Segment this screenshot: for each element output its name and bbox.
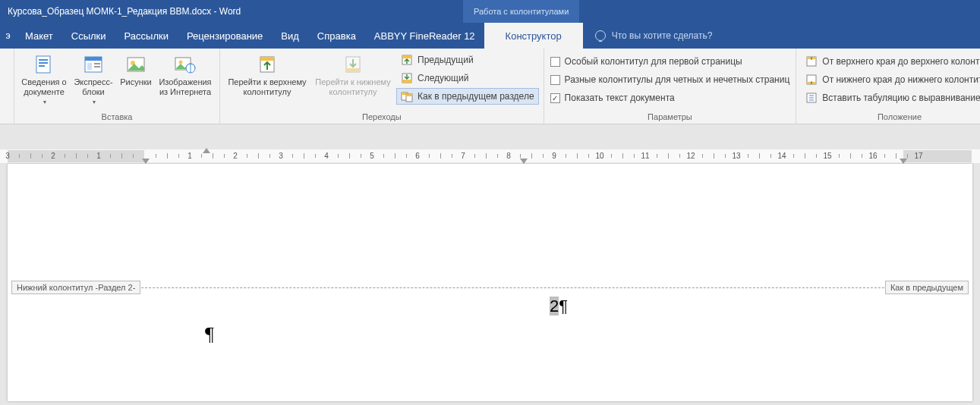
first-line-indent-marker[interactable] <box>203 148 210 153</box>
previous-icon <box>401 54 413 66</box>
document-info-icon <box>33 52 55 77</box>
group-position-label: Положение <box>801 111 980 124</box>
ribbon-tabs: э Макет Ссылки Рассылки Рецензирование В… <box>0 23 980 49</box>
online-pictures-icon <box>174 52 197 77</box>
goto-header-button[interactable]: Перейти к верхнему колонтитулу <box>225 50 310 97</box>
quick-parts-icon <box>83 52 104 77</box>
svg-point-12 <box>179 61 183 64</box>
right-indent-marker-2[interactable] <box>900 159 907 164</box>
document-page[interactable]: Нижний колонтитул -Раздел 2- Как в преды… <box>8 164 972 401</box>
link-to-previous-button[interactable]: Как в предыдущем разделе <box>396 88 539 105</box>
goto-footer-button: Перейти к нижнему колонтитулу <box>311 50 395 97</box>
group-insert-label: Вставка <box>19 111 215 124</box>
tab-abbyy[interactable]: ABBYY FineReader 12 <box>365 23 484 49</box>
tab-help[interactable]: Справка <box>308 23 365 49</box>
svg-rect-5 <box>85 57 102 61</box>
group-navigation-label: Переходы <box>225 111 539 124</box>
quick-parts-button[interactable]: Экспресс-блоки▾ <box>71 50 116 107</box>
tab-header-footer-design[interactable]: Конструктор <box>484 23 583 49</box>
pictures-icon <box>125 52 147 77</box>
previous-section-button[interactable]: Предыдущий <box>396 52 539 68</box>
checkbox-icon <box>550 57 560 67</box>
group-cutoff <box>0 49 14 124</box>
footer-bottom-icon <box>805 74 818 86</box>
group-options: Особый колонтитул для первой страницы Ра… <box>544 49 797 124</box>
footer-boundary-line <box>12 287 968 288</box>
svg-rect-3 <box>39 65 45 67</box>
next-section-button[interactable]: Следующий <box>396 70 539 86</box>
tab-layout[interactable]: Макет <box>16 23 62 49</box>
tab-mailings[interactable]: Рассылки <box>115 23 178 49</box>
tab-partial[interactable]: э <box>0 23 16 49</box>
svg-rect-8 <box>94 66 100 68</box>
tab-review[interactable]: Рецензирование <box>178 23 272 49</box>
pilcrow-icon: ¶ <box>559 297 568 316</box>
left-indent-marker[interactable] <box>142 159 150 164</box>
next-icon <box>401 72 413 84</box>
online-pictures-button[interactable]: Изображения из Интернета <box>156 50 215 97</box>
document-title: Курсова_Образец МОМК-1_Редакция BBM.docx… <box>8 6 241 17</box>
cutoff-button[interactable] <box>0 50 9 77</box>
svg-rect-1 <box>39 59 48 61</box>
svg-rect-2 <box>39 62 48 64</box>
goto-footer-icon <box>342 52 364 77</box>
footer-from-bottom-field[interactable]: От нижнего края до нижнего колонтиту <box>801 71 980 88</box>
tell-me-placeholder: Что вы хотите сделать? <box>612 30 713 41</box>
goto-header-icon <box>257 52 278 77</box>
different-odd-even-checkbox[interactable]: Разные колонтитулы для четных и нечетных… <box>549 71 792 88</box>
group-navigation: Перейти к верхнему колонтитулу Перейти к… <box>220 49 544 124</box>
footer-section-label: Нижний колонтитул -Раздел 2- <box>11 281 140 294</box>
different-first-page-checkbox[interactable]: Особый колонтитул для первой страницы <box>549 53 792 70</box>
tell-me-search[interactable]: Что вы хотите сделать? <box>583 23 725 49</box>
alignment-tab-icon <box>805 92 818 104</box>
ribbon: Сведения о документе▾ Экспресс-блоки▾ Ри… <box>0 49 980 124</box>
paragraph-mark: ¶ <box>205 323 214 346</box>
document-info-button[interactable]: Сведения о документе▾ <box>19 50 69 107</box>
group-insert: Сведения о документе▾ Экспресс-блоки▾ Ри… <box>14 49 220 124</box>
svg-rect-26 <box>406 94 412 96</box>
chevron-down-icon: ▾ <box>93 97 96 107</box>
page-number-field[interactable]: 2¶ <box>550 297 568 316</box>
tab-links[interactable]: Ссылки <box>62 23 115 49</box>
tab-view[interactable]: Вид <box>272 23 308 49</box>
svg-rect-16 <box>260 57 274 61</box>
group-position: От верхнего края до верхнего колонтиту О… <box>796 49 980 124</box>
link-previous-icon <box>401 90 413 102</box>
svg-rect-6 <box>87 63 92 70</box>
contextual-tab-label: Работа с колонтитулами <box>463 0 579 23</box>
same-as-previous-label: Как в предыдущем <box>885 281 969 294</box>
pictures-button[interactable]: Рисунки <box>118 50 154 87</box>
checkbox-checked-icon: ✓ <box>550 93 560 103</box>
right-indent-marker[interactable] <box>520 159 528 164</box>
show-document-text-checkbox[interactable]: ✓ Показать текст документа <box>549 89 792 106</box>
svg-rect-7 <box>94 63 100 64</box>
chevron-down-icon: ▾ <box>43 97 46 107</box>
svg-rect-18 <box>346 68 360 72</box>
header-from-top-field[interactable]: От верхнего края до верхнего колонтиту <box>801 53 980 70</box>
document-workspace: 3211234567891011121314151617 Нижний коло… <box>0 124 980 405</box>
svg-rect-20 <box>402 55 411 58</box>
insert-alignment-tab-button[interactable]: Вставить табуляцию с выравниванием <box>801 89 980 106</box>
title-bar: Курсова_Образец МОМК-1_Редакция BBM.docx… <box>0 0 980 23</box>
lightbulb-icon <box>595 30 606 41</box>
checkbox-icon <box>550 75 560 85</box>
group-options-label: Параметры <box>549 111 792 124</box>
svg-rect-0 <box>36 56 50 73</box>
horizontal-ruler[interactable]: 3211234567891011121314151617 <box>0 149 980 163</box>
header-top-icon <box>805 55 818 68</box>
svg-rect-22 <box>402 80 411 83</box>
